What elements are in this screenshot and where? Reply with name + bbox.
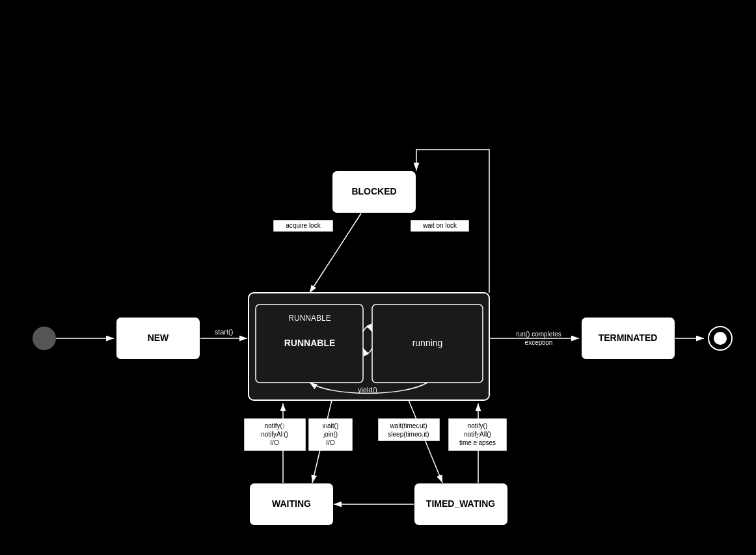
final-state-inner <box>714 332 727 345</box>
new-state-label: NEW <box>148 332 169 343</box>
io-label-2: I/O <box>326 439 335 446</box>
acquire-lock-label: acquire lock <box>286 222 321 229</box>
wait-on-lock-label: wait on lock <box>422 222 457 229</box>
arrow-runnable-timed-waiting <box>409 400 442 483</box>
wait-timeout-label: wait(timeout) <box>389 422 427 429</box>
timed-waiting-state-label: TIMED_WATING <box>426 498 495 509</box>
io-label-1: I/O <box>270 439 279 446</box>
notify-label-1: notify() <box>265 422 285 429</box>
notify-label-2: notify() <box>468 422 488 429</box>
terminated-state-label: TERMINATED <box>599 332 658 343</box>
runnable-state-label: RUNNABLE <box>284 338 336 348</box>
time-elapses-label: time elapses <box>459 439 496 446</box>
waiting-state-label: WAITING <box>272 498 311 509</box>
notify-all-label-2: notifyAll() <box>464 431 491 438</box>
run-completes-label: run() completes <box>516 331 561 338</box>
notify-all-label-1: notifyAll() <box>261 431 288 438</box>
exception-label: exception <box>525 339 553 346</box>
join-label: join() <box>323 431 338 438</box>
diagram-container: NEW start() RUNNABLE RUNNABLE running yi… <box>0 0 756 555</box>
blocked-state-label: BLOCKED <box>351 186 396 196</box>
runnable-inner-label: RUNNABLE <box>288 314 331 323</box>
yield-label: yield() <box>358 386 377 394</box>
running-label: running <box>412 338 443 348</box>
wait-label: wait() <box>322 422 338 429</box>
start-label: start() <box>215 328 234 336</box>
initial-state <box>33 327 56 350</box>
